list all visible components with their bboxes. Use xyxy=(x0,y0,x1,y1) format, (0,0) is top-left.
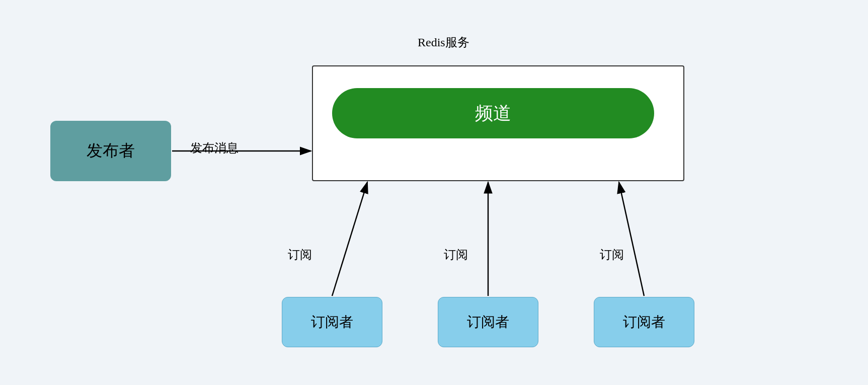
subscribe-arrow-1 xyxy=(332,182,367,296)
subscribe-arrow-3 xyxy=(619,182,644,296)
arrows-svg xyxy=(0,0,868,385)
diagram-container: Redis服务 频道 发布者 订阅者 订阅者 订阅者 发布消息 订阅 订阅 订阅 xyxy=(0,0,868,385)
